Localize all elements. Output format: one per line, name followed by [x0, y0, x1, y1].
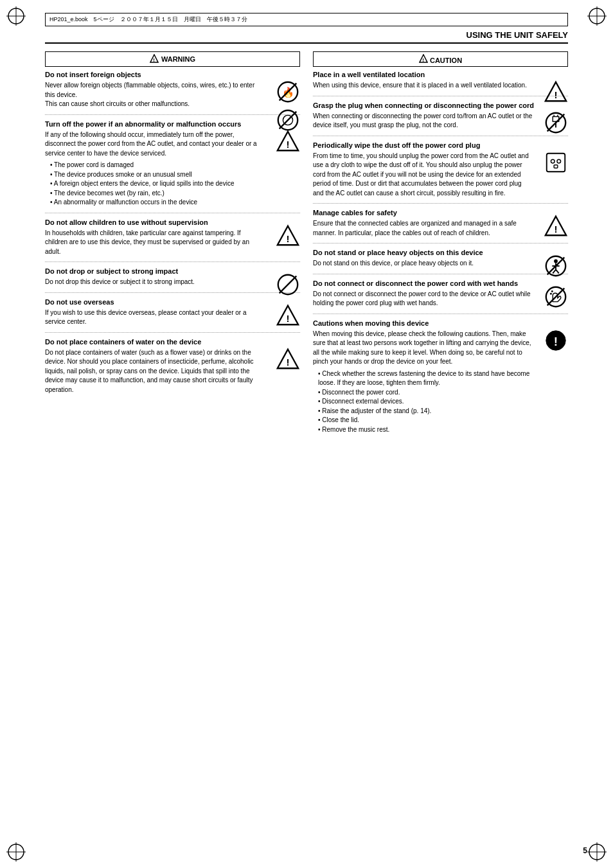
- list-item: The device becomes wet (by rain, etc.): [50, 189, 265, 199]
- list-item: A foreign object enters the device, or l…: [50, 179, 265, 189]
- section-title-cables: Manage cables for safety: [313, 209, 568, 217]
- section-title-wipe: Periodically wipe the dust off the power…: [313, 141, 568, 149]
- section-title-wet: Do not connect or disconnect the power c…: [313, 279, 568, 287]
- list-item: Close the lid.: [318, 416, 533, 425]
- section-title-children: Do not allow children to use without sup…: [45, 218, 300, 226]
- section-body-foreign-objects: Never allow foreign objects (flammable o…: [45, 81, 300, 109]
- icon-cables: !: [544, 214, 568, 240]
- list-item: The device produces smoke or an unusual …: [50, 170, 265, 180]
- no-heavy-icon: [544, 254, 568, 278]
- svg-line-51: [556, 270, 559, 274]
- svg-text:!: !: [422, 57, 424, 63]
- section-body-overseas: If you wish to use this device overseas,…: [45, 308, 300, 327]
- icon-abnormality: !: [276, 129, 300, 155]
- section-wipe-dust: Periodically wipe the dust off the power…: [313, 141, 568, 204]
- page-wrapper: HP201_e.book 5ページ ２００７年１月１５日 月曜日 午後５時３７分…: [0, 0, 613, 868]
- svg-point-55: [551, 290, 553, 292]
- section-body-cables: Ensure that the connected cables are org…: [313, 219, 568, 238]
- no-foreign-icon: 🔥: [276, 80, 300, 104]
- section-drop: Do not drop or subject to strong impact …: [45, 267, 300, 293]
- warning-label: WARNING: [161, 55, 195, 63]
- svg-text:!: !: [153, 57, 155, 63]
- body-text-foreign-objects: Never allow foreign objects (flammable o…: [45, 82, 254, 107]
- svg-text:!: !: [286, 313, 289, 324]
- triangle-water-icon: !: [276, 347, 300, 371]
- section-wet-hands: Do not connect or disconnect the power c…: [313, 279, 568, 314]
- section-title-grasp: Grasp the plug when connecting or discon…: [313, 102, 568, 109]
- corner-mark-tl: [6, 6, 26, 26]
- section-body-abnormality: If any of the following should occur, im…: [45, 130, 300, 208]
- icon-children: !: [276, 224, 300, 249]
- svg-point-47: [554, 260, 558, 263]
- section-children: Do not allow children to use without sup…: [45, 218, 300, 263]
- section-title-drop: Do not drop or subject to strong impact: [45, 267, 300, 275]
- svg-point-42: [557, 159, 561, 163]
- warning-title: ! WARNING: [51, 54, 294, 64]
- body-text-ventilated: When using this device, ensure that it i…: [313, 82, 527, 89]
- section-moving: Cautions when moving this device When mo…: [313, 319, 568, 440]
- list-item: Raise the adjuster of the stand (p. 14).: [318, 407, 533, 416]
- section-body-heavy: Do not stand on this device, or place he…: [313, 259, 568, 269]
- warning-triangle-icon: !: [150, 54, 159, 64]
- triangle-cables-icon: !: [544, 214, 568, 238]
- section-cables: Manage cables for safety Ensure that the…: [313, 209, 568, 244]
- header-bar: HP201_e.book 5ページ ２００７年１月１５日 月曜日 午後５時３７分: [45, 13, 568, 26]
- list-item: Disconnect the power cord.: [318, 388, 533, 398]
- section-title-overseas: Do not use overseas: [45, 298, 300, 306]
- triangle-overseas-icon: !: [276, 303, 300, 328]
- section-abnormality: Turn off the power if an abnormality or …: [45, 120, 300, 213]
- svg-text:!: !: [554, 334, 558, 348]
- svg-point-54: [550, 292, 552, 294]
- body-text-wipe: From time to time, you should unplug the…: [313, 152, 529, 197]
- section-title-ventilated: Place in a well ventilated location: [313, 71, 568, 78]
- section-grasp-plug: Grasp the plug when connecting or discon…: [313, 102, 568, 136]
- body-text-water: Do not place containers of water (such a…: [45, 349, 254, 393]
- section-ventilated: Place in a well ventilated location When…: [313, 71, 568, 96]
- corner-mark-tr: [587, 6, 607, 26]
- icon-wet: [544, 285, 568, 310]
- icon-overseas: !: [276, 303, 300, 329]
- abnormality-list: The power cord is damaged The device pro…: [45, 161, 265, 208]
- svg-text:!: !: [286, 357, 289, 368]
- section-title-foreign-objects: Do not insert foreign objects: [45, 71, 300, 78]
- svg-text:!: !: [554, 224, 557, 235]
- caution-label: CAUTION: [430, 57, 462, 64]
- section-title-abnormality: Turn off the power if an abnormality or …: [45, 120, 300, 128]
- section-heavy: Do not stand or place heavy objects on t…: [313, 249, 568, 274]
- body-text-overseas: If you wish to use this device overseas,…: [45, 309, 247, 326]
- icon-wipe: [544, 150, 568, 176]
- svg-text:!: !: [286, 233, 289, 244]
- two-column-layout: ! WARNING Do not insert foreign objects …: [45, 51, 568, 445]
- triangle-children-icon: !: [276, 224, 300, 248]
- list-item: An abnormality or malfunction occurs in …: [50, 198, 265, 208]
- section-body-wet: Do not connect or disconnect the power c…: [313, 290, 568, 308]
- icon-moving: !: [544, 328, 568, 354]
- section-title-moving: Cautions when moving this device: [313, 319, 568, 327]
- section-body-ventilated: When using this device, ensure that it i…: [313, 81, 568, 91]
- list-item: Check whether the screws fastening the d…: [318, 369, 533, 388]
- svg-line-25: [280, 276, 297, 294]
- triangle-ventilated-icon: !: [544, 80, 568, 104]
- svg-line-56: [547, 288, 565, 305]
- info-circle-icon: !: [544, 328, 568, 353]
- body-text-abnormality: If any of the following should occur, im…: [45, 131, 257, 157]
- section-overseas: Do not use overseas If you wish to use t…: [45, 298, 300, 333]
- body-text-grasp: When connecting or disconnecting the pow…: [313, 112, 532, 129]
- warning-box: ! WARNING: [45, 51, 300, 67]
- left-column: ! WARNING Do not insert foreign objects …: [45, 51, 300, 445]
- svg-point-41: [551, 159, 555, 163]
- section-water-containers: Do not place containers of water on the …: [45, 338, 300, 400]
- svg-text:!: !: [286, 139, 289, 150]
- caution-box: ! CAUTION: [313, 51, 568, 67]
- section-title-heavy: Do not stand or place heavy objects on t…: [313, 249, 568, 256]
- icon-heavy: [544, 254, 568, 279]
- icon-drop: [276, 272, 300, 298]
- caution-title: ! CAUTION: [319, 54, 562, 64]
- section-body-children: In households with children, take partic…: [45, 229, 300, 257]
- body-text-heavy: Do not stand on this device, or place he…: [313, 260, 474, 267]
- right-column: ! CAUTION Place in a well ventilated loc…: [313, 51, 568, 445]
- triangle-warning-icon: !: [276, 129, 300, 154]
- body-text-cables: Ensure that the connected cables are org…: [313, 220, 517, 236]
- corner-mark-bl: [6, 842, 26, 862]
- section-body-moving: When moving this device, please check th…: [313, 330, 568, 435]
